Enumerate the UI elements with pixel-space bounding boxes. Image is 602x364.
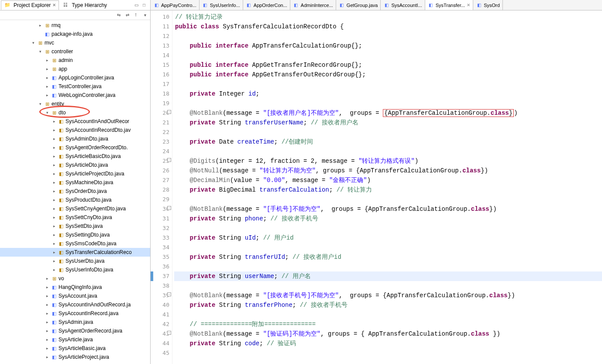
editor-tab[interactable]: ◧AdminInterce... — [290, 0, 336, 10]
code-line[interactable] — [174, 127, 602, 137]
code-line[interactable]: @NotNull(message = "转让算力不能为空", groups = … — [174, 166, 602, 175]
code-line[interactable]: // ==============附加============== — [174, 319, 602, 329]
code-line[interactable]: @Digits(integer = 12, fraction = 2, mess… — [174, 156, 602, 166]
chevron-right-icon[interactable]: ▸ — [51, 128, 58, 132]
chevron-right-icon[interactable]: ▸ — [44, 337, 51, 342]
tree-item[interactable]: ▸◧SysArticleBasic.java — [0, 344, 150, 353]
code-line[interactable]: private String transferUId; // 接收者用户id — [174, 252, 602, 262]
code-line[interactable] — [174, 223, 602, 233]
tree-item[interactable]: ▸◧SysAccountInAndOutRecor — [0, 117, 150, 126]
editor-tab[interactable]: ◧SysTransfer...✕ — [425, 0, 473, 10]
chevron-right-icon[interactable]: ▸ — [51, 250, 58, 254]
code-line[interactable]: private String code; // 验证码 — [174, 339, 602, 348]
code-line[interactable] — [174, 51, 602, 60]
code-line[interactable]: public class SysTransferCalculationRecor… — [174, 22, 602, 31]
fold-toggle-icon[interactable]: - — [167, 331, 171, 335]
chevron-right-icon[interactable]: ▸ — [51, 259, 58, 263]
collapse-all-icon[interactable]: ⇆ — [115, 12, 122, 19]
editor-tab[interactable]: ◧SysAccountI... — [381, 0, 425, 10]
chevron-right-icon[interactable]: ▸ — [44, 67, 51, 71]
code-line[interactable]: public interface AppTransferCalculationG… — [174, 41, 602, 51]
tree-item[interactable]: ▸◧SysSmsCodeDto.java — [0, 239, 150, 248]
code-line[interactable]: private String transferUserName; // 接收者用… — [174, 118, 602, 127]
fold-toggle-icon[interactable]: - — [167, 158, 171, 162]
code-line[interactable]: // 转让算力记录 — [174, 12, 602, 22]
code-line[interactable] — [174, 281, 602, 291]
chevron-right-icon[interactable]: ▸ — [44, 329, 51, 333]
tree-item[interactable]: ▸◧SysMachineDto.java — [0, 178, 150, 187]
code-line[interactable]: public interface AppGetTransferOutRecord… — [174, 70, 602, 79]
code-line[interactable]: @DecimalMin(value = "0.00", message = "金… — [174, 175, 602, 185]
editor-tab[interactable]: ◧AppPayContro... — [151, 0, 200, 10]
tree-item[interactable]: ▸◧SysSettDto.java — [0, 222, 150, 230]
project-tree[interactable]: ▸⊞rmq◧package-info.java▾⊞mvc▾⊞controller… — [0, 20, 150, 364]
minimize-icon[interactable]: ▭ — [133, 2, 140, 9]
chevron-right-icon[interactable]: ▸ — [51, 163, 58, 167]
tree-item[interactable]: ▸◧SysAccountInRecordDto.jav — [0, 126, 150, 134]
chevron-down-icon[interactable]: ▾ — [30, 41, 37, 45]
chevron-right-icon[interactable]: ▸ — [51, 241, 58, 246]
chevron-right-icon[interactable]: ▸ — [51, 224, 58, 228]
code-line[interactable]: public interface AppGetTransferInRecordG… — [174, 60, 602, 70]
tree-item[interactable]: ▸◧SysOrderDto.java — [0, 187, 150, 196]
chevron-right-icon[interactable]: ▸ — [51, 215, 58, 220]
fold-toggle-icon[interactable]: - — [167, 110, 171, 114]
tree-item[interactable]: ▸◧SysAgentOrderRecord.java — [0, 326, 150, 335]
tree-item[interactable]: ▸◧SysAgentOrderRecordDto. — [0, 143, 150, 152]
tree-item[interactable]: ▾⊞mvc — [0, 38, 150, 47]
chevron-right-icon[interactable]: ▸ — [44, 355, 51, 359]
chevron-right-icon[interactable]: ▸ — [51, 145, 58, 150]
chevron-right-icon[interactable]: ▸ — [51, 154, 58, 158]
tree-item[interactable]: ▸◧SysUserInfoDto.java — [0, 265, 150, 274]
view-menu-icon[interactable]: ▾ — [141, 12, 148, 19]
tree-item[interactable]: ▸◧HangQingInfo.java — [0, 283, 150, 292]
chevron-down-icon[interactable]: ▾ — [44, 110, 51, 115]
code-line[interactable]: @NotBlank(message = "[手机号]不能为空", groups … — [174, 204, 602, 214]
close-icon[interactable]: ✕ — [467, 3, 470, 7]
code-line[interactable] — [174, 262, 602, 271]
fold-toggle-icon[interactable]: - — [167, 292, 171, 296]
tree-item[interactable]: ▾⊞controller — [0, 47, 150, 56]
tree-item[interactable]: ▸◧SysAccount.java — [0, 292, 150, 300]
tree-item[interactable]: ◧package-info.java — [0, 30, 150, 38]
tree-item[interactable]: ▸◧SysUserDto.java — [0, 257, 150, 265]
chevron-right-icon[interactable]: ▸ — [44, 58, 51, 62]
chevron-right-icon[interactable]: ▸ — [51, 206, 58, 211]
tree-item[interactable]: ▸⊞vo — [0, 274, 150, 283]
code-line[interactable]: @NotBlank(message = "[验证码]不能为空", groups … — [174, 329, 602, 339]
code-line[interactable] — [174, 79, 602, 89]
tree-item[interactable]: ▸◧SysSettCnyDto.java — [0, 213, 150, 222]
code-line[interactable]: private String phone; // 接收者手机号 — [174, 214, 602, 223]
fold-toggle-icon[interactable]: - — [167, 206, 171, 210]
chevron-right-icon[interactable]: ▸ — [51, 137, 58, 141]
tree-item[interactable]: ▸◧SysArticleProjectDto.java — [0, 169, 150, 178]
tree-item[interactable]: ▸◧SysTransferCalculationReco — [0, 248, 150, 257]
code-line[interactable] — [174, 310, 602, 319]
code-line[interactable]: private String transferPhone; // 接收者手机号 — [174, 300, 602, 310]
chevron-right-icon[interactable]: ▸ — [44, 346, 51, 350]
tree-item[interactable]: ▸◧SysArticleDto.java — [0, 161, 150, 169]
code-line[interactable]: @NotBlank(message = "[接收者手机号]不能为空", grou… — [174, 291, 602, 300]
chevron-down-icon[interactable]: ▾ — [37, 102, 44, 106]
editor-tab[interactable]: ◧SysOrd — [473, 0, 503, 10]
tree-item[interactable]: ▸⊞app — [0, 65, 150, 73]
chevron-down-icon[interactable]: ▾ — [37, 49, 44, 54]
chevron-right-icon[interactable]: ▸ — [51, 172, 58, 176]
tree-item[interactable]: ▸⊞admin — [0, 56, 150, 65]
maximize-icon[interactable]: □ — [141, 2, 148, 9]
chevron-right-icon[interactable]: ▸ — [44, 84, 51, 89]
chevron-right-icon[interactable]: ▸ — [44, 294, 51, 298]
tree-item[interactable]: ▸⊞rmq — [0, 21, 150, 30]
tree-item[interactable]: ▸◧SysArticleProject.java — [0, 353, 150, 361]
code-line[interactable] — [174, 243, 602, 252]
link-editor-icon[interactable]: ⇄ — [124, 12, 131, 19]
code-line[interactable] — [174, 147, 602, 156]
chevron-right-icon[interactable]: ▸ — [51, 198, 58, 202]
code-line[interactable] — [174, 348, 602, 358]
filter-icon[interactable]: ⠇ — [133, 12, 140, 19]
code-line[interactable]: private BigDecimal transferCalculation; … — [174, 185, 602, 195]
code-line[interactable] — [174, 99, 602, 108]
chevron-right-icon[interactable]: ▸ — [44, 285, 51, 289]
chevron-right-icon[interactable]: ▸ — [51, 119, 58, 124]
chevron-right-icon[interactable]: ▸ — [44, 276, 51, 281]
